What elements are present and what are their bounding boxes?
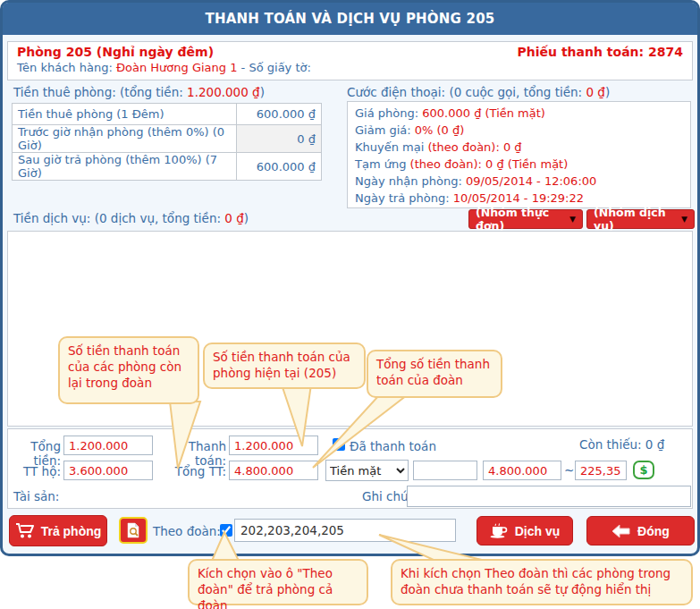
tt-ho-input[interactable]	[63, 461, 153, 480]
cart-icon	[15, 522, 35, 539]
room-rent-title: Tiền thuê phòng: (tổng tiền: 1.200.000 ₫…	[13, 85, 265, 99]
detail-line: Tạm ứng (theo đoàn): 0 ₫ (Tiền mặt)	[355, 156, 683, 173]
rent-row-label: Sau giờ trả phòng (thêm 100%) (7 Giờ)	[13, 153, 237, 181]
detail-line: Giảm giá: 0% (0 ₫)	[355, 122, 683, 139]
rent-row-value: 600.000 ₫	[237, 104, 322, 125]
close-button[interactable]: Đóng	[586, 516, 695, 546]
rent-row-label: Trước giờ nhận phòng (thêm 0%) (0 Giờ)	[13, 125, 237, 153]
tt-ho-label: TT hộ:	[10, 464, 61, 478]
room-rent-table: Tiền thuê phòng (1 Đêm) 600.000 ₫ Trước …	[12, 103, 322, 181]
converted-usd-input[interactable]	[575, 461, 627, 480]
group-rooms-input[interactable]	[234, 519, 456, 542]
paid-checkbox[interactable]	[333, 438, 345, 451]
guest-suffix: - Số giấy tờ:	[237, 61, 310, 74]
note-label: Ghi chú:	[362, 489, 412, 503]
phone-total: 0 ₫	[586, 85, 604, 99]
group-total-input[interactable]	[483, 461, 561, 480]
rent-row-label: Tiền thuê phòng (1 Đêm)	[13, 104, 237, 125]
guest-name: Đoàn Hương Giang 1	[116, 61, 238, 74]
remaining-label: Còn thiếu: 0 ₫	[579, 437, 664, 452]
payment-dialog: THANH TOÁN VÀ DỊCH VỤ PHÒNG 205 Phòng 20…	[0, 0, 700, 556]
group-checkbox[interactable]	[220, 524, 232, 537]
detail-line: Giá phòng: 600.000 ₫ (Tiền mặt)	[355, 105, 683, 122]
chevron-down-icon: ▼	[681, 215, 687, 224]
assets-label: Tài sản:	[13, 489, 59, 503]
detail-line: Khuyến mại (theo đoàn): 0 ₫	[355, 139, 683, 156]
stay-details-box: Giá phòng: 600.000 ₫ (Tiền mặt) Giảm giá…	[347, 101, 691, 208]
services-total: 0 ₫	[224, 211, 243, 225]
room-rent-total: 1.200.000 ₫	[187, 85, 260, 99]
group-label: Theo đoàn:	[153, 524, 221, 538]
service-button[interactable]: Dịch vụ	[477, 516, 573, 546]
note-input[interactable]	[407, 486, 691, 507]
rent-row-value: 0 ₫	[237, 125, 322, 153]
callout-group-total: Tổng số tiền thanh toán của đoàn	[367, 350, 502, 398]
room-title: Phòng 205 (Nghỉ ngày đêm)	[17, 45, 214, 59]
dollar-icon: $	[639, 463, 647, 477]
service-group-dropdown[interactable]: (Nhóm dịch vụ) ▼	[586, 209, 695, 229]
tong-tt-label: Tổng TT:	[155, 464, 226, 478]
receipt-number: Phiếu thanh toán: 2874	[518, 45, 683, 59]
paid-check-label: Đã thanh toán	[350, 439, 436, 453]
currency-convert-button[interactable]: $	[633, 461, 654, 479]
detail-line: Ngày nhận phòng: 09/05/2014 - 12:06:00	[355, 173, 683, 190]
arrow-left-icon	[611, 524, 631, 538]
extra-amount-input[interactable]	[413, 461, 477, 480]
print-preview-icon	[126, 522, 140, 538]
approx-sign: ~	[564, 463, 574, 478]
paid-input[interactable]	[229, 436, 318, 455]
coffee-cup-icon	[490, 523, 509, 538]
table-row: Tiền thuê phòng (1 Đêm) 600.000 ₫	[13, 104, 322, 125]
callout-remaining-rooms: Số tiền thanh toán của các phòng còn lại…	[58, 336, 199, 404]
callout-check-group: Kích chọn vào ô "Theo đoàn" để trả phòng…	[188, 559, 368, 605]
checkout-button[interactable]: Trả phòng	[9, 515, 107, 546]
callout-group-effect: Khi kích chọn Theo đoàn thì các phòng tr…	[391, 559, 693, 605]
services-title: Tiền dịch vụ: (0 dịch vụ, tổng tiền: 0 ₫…	[13, 211, 249, 225]
chevron-down-icon: ▼	[569, 215, 576, 224]
rent-row-value: 600.000 ₫	[237, 153, 322, 181]
print-preview-button[interactable]	[119, 517, 148, 544]
callout-current-room: Số tiền thanh toán của phòng hiện tại (2…	[203, 343, 366, 389]
total-input[interactable]	[63, 436, 153, 455]
guest-label: Tên khách hàng:	[17, 61, 116, 74]
phone-charges-title: Cước điện thoại: (0 cuộc gọi, tổng tiền:…	[347, 85, 610, 99]
guest-info-box: Phòng 205 (Nghỉ ngày đêm) Phiếu thanh to…	[7, 41, 693, 80]
table-row: Trước giờ nhận phòng (thêm 0%) (0 Giờ) 0…	[13, 125, 322, 153]
table-row: Sau giờ trả phòng (thêm 100%) (7 Giờ) 60…	[13, 153, 322, 181]
detail-line: Ngày trả phòng: 10/05/2014 - 19:29:22	[355, 190, 683, 207]
tong-tt-input[interactable]	[229, 461, 318, 480]
menu-group-dropdown[interactable]: (Nhóm thực đơn) ▼	[468, 209, 583, 229]
payment-method-select[interactable]: Tiền mặt	[325, 460, 409, 481]
dialog-title: THANH TOÁN VÀ DỊCH VỤ PHÒNG 205	[3, 3, 697, 35]
